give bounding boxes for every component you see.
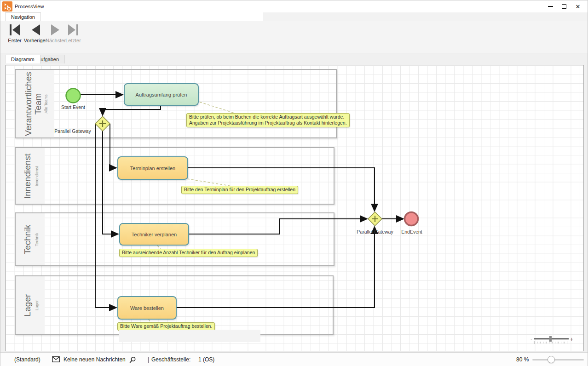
next-record-icon xyxy=(49,23,63,36)
branch-label: Geschäftsstelle: xyxy=(151,356,190,363)
mini-zoom-plus[interactable]: + xyxy=(570,336,573,343)
last-record-icon xyxy=(66,23,80,36)
status-bar: (Standard) Keine neuen Nachrichten | Ges… xyxy=(0,352,588,366)
ribbon-body: Erster Vorheriger Nächster Letzter Daten… xyxy=(0,21,588,53)
next-record-label: Nächster xyxy=(46,38,66,43)
blank-overlay-box xyxy=(119,330,260,342)
start-event-node[interactable] xyxy=(66,89,81,103)
first-record-button[interactable]: Erster xyxy=(5,23,24,50)
ribbon-tab-row: Navigation xyxy=(0,12,588,21)
status-separator: | xyxy=(148,356,149,363)
parallel-gateway-split-node[interactable] xyxy=(95,116,110,131)
previous-record-label: Vorheriger xyxy=(24,38,47,43)
end-event-node[interactable] xyxy=(405,212,418,226)
previous-record-button[interactable]: Vorheriger xyxy=(24,23,46,50)
minimize-button[interactable] xyxy=(543,0,557,12)
zoom-slider[interactable] xyxy=(532,359,584,360)
task-auftragsumfang-pruefen[interactable]: Auftragsumfang prüfen xyxy=(124,83,199,106)
gateway-split-label: Parallel Gateway xyxy=(51,128,94,134)
title-bar: ProcessView ✕ xyxy=(0,0,588,12)
search-icon[interactable] xyxy=(129,356,136,365)
mail-icon[interactable] xyxy=(52,356,60,364)
annotation-associations xyxy=(148,102,235,322)
close-button[interactable]: ✕ xyxy=(571,0,585,12)
last-record-button[interactable]: Letzter xyxy=(65,23,81,50)
app-window: ProcessView ✕ Navigation Erster Vorherig… xyxy=(0,0,588,366)
zoom-slider-thumb[interactable] xyxy=(548,356,555,363)
previous-record-icon xyxy=(29,23,42,36)
app-logo-icon xyxy=(2,1,12,11)
task-terminplan-erstellen[interactable]: Terminplan erstellen xyxy=(117,156,188,180)
annotation-line: Angaben zur Projektausführung im Projekt… xyxy=(189,120,347,126)
last-record-label: Letzter xyxy=(65,38,81,43)
ribbon-tab-navigation[interactable]: Navigation xyxy=(5,12,41,21)
window-title: ProcessView xyxy=(15,4,44,9)
annotation-terminplan[interactable]: Bitte den Terminplan für den Projektauft… xyxy=(181,186,298,194)
mini-zoom-minus[interactable]: - xyxy=(530,336,532,342)
first-record-icon xyxy=(8,23,22,36)
annotation-techniker[interactable]: Bitte ausreichende Anzahl Techniker für … xyxy=(119,249,258,257)
mini-zoom-thumb[interactable] xyxy=(549,336,552,342)
parallel-gateway-join-node[interactable] xyxy=(368,212,382,226)
document-tab-row: Diagramm Aufgaben xyxy=(0,55,588,63)
task-techniker-verplanen[interactable]: Techniker verplanen xyxy=(119,223,189,246)
diagram-canvas[interactable]: Verantwortliches Team Alle Teams Innendi… xyxy=(5,65,584,351)
profile-status: (Standard) xyxy=(14,356,40,363)
start-event-label: Start Event xyxy=(52,104,95,110)
first-record-label: Erster xyxy=(8,38,21,43)
annotation-line: Bitte prüfen, ob beim Buchen die korrekt… xyxy=(189,114,347,120)
tab-diagramm[interactable]: Diagramm xyxy=(5,55,40,63)
maximize-button[interactable] xyxy=(557,0,571,12)
end-event-label: EndEvent xyxy=(390,229,433,234)
ribbon-tabrow-shade xyxy=(263,12,588,21)
zoom-percentage: 80 % xyxy=(516,356,529,363)
annotation-auftragsart[interactable]: Bitte prüfen, ob beim Buchen die korrekt… xyxy=(186,113,350,127)
branch-value: 1 (OS) xyxy=(198,356,214,363)
task-ware-bestellen[interactable]: Ware bestellen xyxy=(117,296,177,320)
next-record-button[interactable]: Nächster xyxy=(46,23,65,50)
mini-zoom-control[interactable]: - + xyxy=(530,336,573,344)
messages-status: Keine neuen Nachrichten xyxy=(63,356,126,363)
